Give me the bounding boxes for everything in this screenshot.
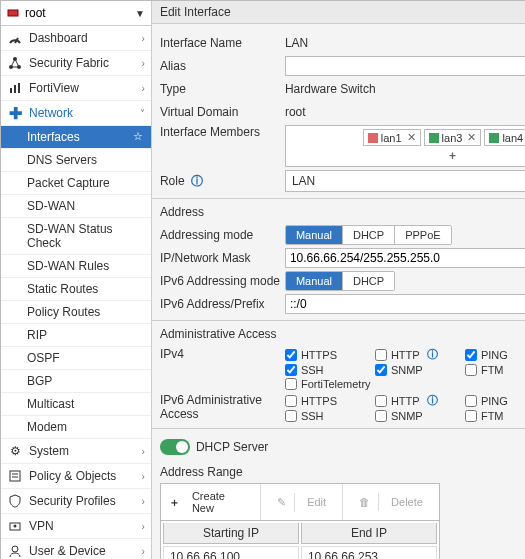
mode-manual[interactable]: Manual	[286, 226, 343, 244]
nav-sdwan-rules[interactable]: SD-WAN Rules	[1, 255, 151, 278]
alias-input[interactable]	[285, 56, 525, 76]
nav-modem[interactable]: Modem	[1, 416, 151, 439]
addressing-mode-group[interactable]: Manual DHCP PPPoE	[285, 225, 452, 245]
nav-dashboard[interactable]: Dashboard ›	[1, 26, 151, 51]
nav-policy-routes[interactable]: Policy Routes	[1, 301, 151, 324]
nav-sub-label: DNS Servers	[27, 153, 97, 167]
ipv4-access-label: IPv4	[160, 347, 285, 361]
cb6-https[interactable]: HTTPS	[285, 393, 365, 408]
ip-mask-label: IP/Network Mask	[160, 251, 285, 265]
chevron-right-icon: ›	[142, 496, 145, 507]
info-icon[interactable]: ⓘ	[427, 347, 438, 362]
cb6-ftm[interactable]: FTM	[465, 410, 525, 422]
nav-label: Network	[29, 106, 140, 120]
nav-sub-label: OSPF	[27, 351, 60, 365]
nav-system[interactable]: ⚙ System ›	[1, 439, 151, 464]
member-tag-lan3[interactable]: lan3✕	[424, 129, 482, 146]
nav-sub-label: Packet Capture	[27, 176, 110, 190]
interface-name-label: Interface Name	[160, 36, 285, 50]
nav-sub-label: Policy Routes	[27, 305, 100, 319]
main-panel: Edit Interface Interface Name LAN Alias …	[152, 1, 525, 559]
nav-sub-label: Modem	[27, 420, 67, 434]
nav-sub-label: SD-WAN	[27, 199, 75, 213]
nav-security-profiles[interactable]: Security Profiles ›	[1, 489, 151, 514]
address-range-table: Starting IP End IP 10.66.66.100 10.66.66…	[160, 521, 440, 559]
ipv6-addr-input[interactable]	[285, 294, 525, 314]
cb6-ping[interactable]: PING	[465, 393, 525, 408]
interface-members[interactable]: lan1✕ lan3✕ lan4✕ +	[285, 125, 525, 167]
nav-network[interactable]: ✚ Network ˅	[1, 101, 151, 126]
cb-http[interactable]: HTTPⓘ	[375, 347, 455, 362]
ipv6-addr-label: IPv6 Address/Prefix	[160, 297, 285, 311]
nav-sdwan[interactable]: SD-WAN	[1, 195, 151, 218]
ipv6-mode-label: IPv6 Addressing mode	[160, 274, 285, 288]
nav-rip[interactable]: RIP	[1, 324, 151, 347]
nav-label: FortiView	[29, 81, 142, 95]
address-section-title: Address	[160, 205, 525, 219]
nav-vpn[interactable]: VPN ›	[1, 514, 151, 539]
remove-icon[interactable]: ✕	[407, 131, 416, 144]
nav-bgp[interactable]: BGP	[1, 370, 151, 393]
nav-fortiview[interactable]: FortiView ›	[1, 76, 151, 101]
vdom-selector[interactable]: ▼	[1, 1, 151, 26]
nav-sub-label: SD-WAN Status Check	[27, 222, 113, 250]
range-toolbar: ＋Create New ✎Edit 🗑Delete	[160, 483, 440, 521]
info-icon[interactable]: ⓘ	[427, 393, 438, 408]
admin-access-title: Administrative Access	[160, 327, 525, 341]
caret-down-icon: ▼	[135, 8, 145, 19]
nav-label: Security Fabric	[29, 56, 142, 70]
nav-policy-objects[interactable]: Policy & Objects ›	[1, 464, 151, 489]
mode-dhcp[interactable]: DHCP	[343, 226, 395, 244]
create-new-button[interactable]: ＋Create New	[161, 484, 261, 520]
cb-https[interactable]: HTTPS	[285, 347, 365, 362]
nav-packet-capture[interactable]: Packet Capture	[1, 172, 151, 195]
nav-sdwan-status[interactable]: SD-WAN Status Check	[1, 218, 151, 255]
ipv6-access-label: IPv6 Administrative Access	[160, 393, 285, 421]
svg-rect-0	[8, 10, 18, 16]
chart-icon	[7, 80, 23, 96]
nav-security-fabric[interactable]: Security Fabric ›	[1, 51, 151, 76]
member-tag-label: lan3	[442, 132, 463, 144]
nav-user-device[interactable]: User & Device ›	[1, 539, 151, 559]
nav-interfaces[interactable]: Interfaces	[1, 126, 151, 149]
dhcp-server-toggle[interactable]: DHCP Server	[160, 439, 268, 455]
table-row[interactable]: 10.66.66.100 10.66.66.253	[163, 546, 437, 559]
role-select[interactable]: LAN ▼	[285, 170, 525, 192]
sidebar: ▼ Dashboard › Security Fabric › FortiVie…	[1, 1, 152, 559]
vdom-input[interactable]	[25, 4, 135, 22]
range-start: 10.66.66.100	[163, 546, 299, 559]
add-member-button[interactable]: +	[445, 149, 460, 163]
delete-button[interactable]: 🗑Delete	[343, 484, 439, 520]
nav-ospf[interactable]: OSPF	[1, 347, 151, 370]
info-icon[interactable]: ⓘ	[191, 174, 203, 188]
nav-sub-label: BGP	[27, 374, 52, 388]
cb6-ssh[interactable]: SSH	[285, 410, 365, 422]
edit-button[interactable]: ✎Edit	[261, 484, 343, 520]
svg-rect-5	[10, 88, 12, 93]
member-tag-lan4[interactable]: lan4✕	[484, 129, 525, 146]
dhcp-toggle-label: DHCP Server	[196, 440, 268, 454]
interface-name-value: LAN	[285, 36, 525, 50]
cb6-snmp[interactable]: SNMP	[375, 410, 455, 422]
cb-fortitelemetry[interactable]: FortiTelemetry	[285, 378, 455, 390]
cb-ftm[interactable]: FTM	[465, 364, 525, 376]
nav-multicast[interactable]: Multicast	[1, 393, 151, 416]
range-th-start[interactable]: Starting IP	[163, 523, 299, 544]
nav-static-routes[interactable]: Static Routes	[1, 278, 151, 301]
svg-point-12	[14, 525, 17, 528]
ipv6-mode-group[interactable]: Manual DHCP	[285, 271, 395, 291]
v6-dhcp[interactable]: DHCP	[343, 272, 394, 290]
cb-snmp[interactable]: SNMP	[375, 364, 455, 376]
v6-manual[interactable]: Manual	[286, 272, 343, 290]
cb-ping[interactable]: PING	[465, 347, 525, 362]
cb6-http[interactable]: HTTPⓘ	[375, 393, 455, 408]
chevron-right-icon: ›	[142, 521, 145, 532]
mode-pppoe[interactable]: PPPoE	[395, 226, 450, 244]
range-th-end[interactable]: End IP	[301, 523, 437, 544]
cb-ssh[interactable]: SSH	[285, 364, 365, 376]
remove-icon[interactable]: ✕	[467, 131, 476, 144]
nav-dns-servers[interactable]: DNS Servers	[1, 149, 151, 172]
ip-mask-input[interactable]	[285, 248, 525, 268]
fabric-icon	[7, 55, 23, 71]
member-tag-lan1[interactable]: lan1✕	[363, 129, 421, 146]
